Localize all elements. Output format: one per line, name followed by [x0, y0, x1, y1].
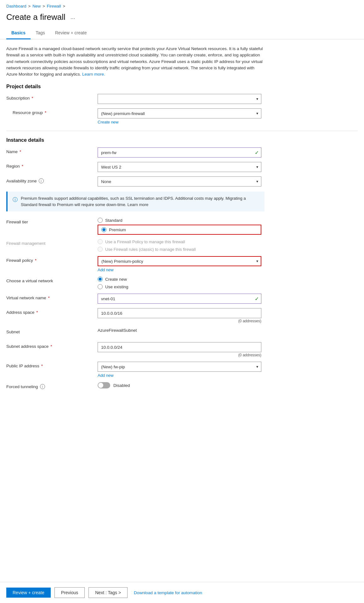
- public-ip-select[interactable]: (New) fw-pip: [98, 362, 261, 372]
- firewall-policy-select-wrap: (New) Premium-policy ▾: [98, 256, 261, 266]
- firewall-policy-control: (New) Premium-policy ▾ Add new: [98, 256, 261, 272]
- region-select-wrap: West US 2 ▾: [98, 162, 261, 172]
- breadcrumb-dashboard[interactable]: Dashboard: [6, 4, 26, 9]
- name-required: *: [20, 149, 21, 154]
- vnet-name-input[interactable]: [98, 294, 261, 304]
- firewall-tier-row: Firewall tier Standard Premium: [6, 218, 358, 235]
- firewall-tier-premium-radio[interactable]: [101, 227, 106, 232]
- next-button[interactable]: Next : Tags >: [88, 587, 128, 598]
- vnet-use-existing-radio[interactable]: [98, 284, 103, 289]
- project-details-header: Project details: [6, 84, 358, 89]
- fw-management-classic-radio[interactable]: [98, 247, 103, 252]
- firewall-management-classic[interactable]: Use Firewall rules (classic) to manage t…: [98, 247, 261, 252]
- subnet-address-input[interactable]: [98, 342, 261, 352]
- subnet-row: Subnet AzureFirewallSubnet: [6, 328, 358, 338]
- breadcrumb-firewall[interactable]: Firewall: [47, 4, 61, 9]
- vnet-create-new[interactable]: Create new: [98, 277, 261, 282]
- subnet-value: AzureFirewallSubnet: [98, 326, 137, 333]
- subnet-address-control: (0 addresses): [98, 342, 261, 357]
- public-ip-label: Public IP address *: [6, 362, 98, 368]
- ellipsis-button[interactable]: ...: [69, 13, 77, 21]
- bottom-bar: Review + create Previous Next : Tags > D…: [0, 582, 364, 603]
- firewall-policy-required: *: [35, 258, 37, 263]
- subscription-row: Subscription * ▾: [6, 94, 358, 104]
- name-input[interactable]: [98, 147, 261, 158]
- tabs-bar: Basics Tags Review + create: [0, 27, 364, 39]
- firewall-tier-control: Standard Premium: [98, 218, 261, 235]
- breadcrumb-sep-2: >: [43, 4, 45, 9]
- firewall-tier-standard-radio[interactable]: [98, 218, 103, 223]
- subscription-label: Subscription *: [6, 94, 98, 100]
- previous-button[interactable]: Previous: [54, 587, 85, 598]
- public-ip-control: (New) fw-pip ▾ Add new: [98, 362, 261, 378]
- section-divider-1: [6, 131, 358, 131]
- firewall-management-row: Firewall management Use a Firewall Polic…: [6, 239, 358, 252]
- choose-virtual-network-control: Create new Use existing: [98, 277, 261, 289]
- name-label: Name *: [6, 147, 98, 154]
- address-space-hint: (0 addresses): [98, 319, 261, 323]
- firewall-tier-standard[interactable]: Standard: [98, 218, 261, 223]
- firewall-tier-premium-wrap: Premium: [98, 225, 261, 235]
- page-title-row: Create a firewall ...: [0, 10, 364, 27]
- choose-virtual-network-label: Choose a virtual network: [6, 277, 98, 283]
- vnet-name-input-wrap: ✓: [98, 294, 261, 304]
- region-row: Region * West US 2 ▾: [6, 162, 358, 172]
- public-ip-required: *: [41, 364, 43, 368]
- subscription-required: *: [31, 96, 33, 100]
- firewall-policy-label: Firewall policy *: [6, 256, 98, 263]
- availability-zone-info-icon[interactable]: i: [39, 178, 44, 183]
- subnet-address-hint: (0 addresses): [98, 353, 261, 357]
- subnet-control: AzureFirewallSubnet: [98, 328, 261, 333]
- fw-management-policy-radio[interactable]: [98, 239, 103, 244]
- address-space-control: (0 addresses): [98, 308, 261, 323]
- availability-zone-select[interactable]: None: [98, 176, 261, 187]
- resource-group-label: Resource group *: [6, 108, 98, 115]
- name-check-icon: ✓: [255, 150, 259, 156]
- address-space-input[interactable]: [98, 308, 261, 318]
- add-new-policy-link[interactable]: Add new: [98, 267, 114, 272]
- subnet-address-required: *: [50, 344, 52, 349]
- review-create-button[interactable]: Review + create: [6, 588, 51, 598]
- region-required: *: [22, 164, 23, 169]
- main-content: Azure Firewall is a managed cloud-based …: [0, 39, 364, 603]
- region-control: West US 2 ▾: [98, 162, 261, 172]
- download-template-link[interactable]: Download a template for automation: [134, 590, 202, 595]
- learn-more-link[interactable]: Learn more.: [82, 72, 105, 77]
- create-new-resource-group-link[interactable]: Create new: [98, 120, 118, 124]
- subnet-address-row: Subnet address space * (0 addresses): [6, 342, 358, 357]
- forced-tunneling-label: Forced tunneling i: [6, 382, 98, 389]
- name-input-wrap: ✓: [98, 147, 261, 158]
- vnet-create-new-radio[interactable]: [98, 277, 103, 282]
- vnet-name-check-icon: ✓: [255, 296, 259, 302]
- forced-tunneling-toggle[interactable]: [98, 382, 110, 388]
- region-label: Region *: [6, 162, 98, 169]
- tab-review-create[interactable]: Review + create: [50, 27, 92, 39]
- firewall-tier-premium[interactable]: Premium: [101, 227, 126, 232]
- subscription-select[interactable]: [98, 94, 261, 104]
- instance-details-header: Instance details: [6, 137, 358, 143]
- breadcrumb-sep-1: >: [28, 4, 31, 9]
- virtual-network-name-control: ✓: [98, 294, 261, 304]
- resource-group-row: Resource group * (New) premium-firewall …: [6, 108, 358, 124]
- availability-zone-control: None ▾: [98, 176, 261, 187]
- resource-group-select[interactable]: (New) premium-firewall: [98, 108, 261, 118]
- add-new-public-ip-link[interactable]: Add new: [98, 373, 114, 378]
- firewall-management-label: Firewall management: [6, 239, 98, 246]
- forced-tunneling-toggle-wrap: Disabled: [98, 382, 261, 388]
- tab-basics[interactable]: Basics: [6, 27, 31, 39]
- address-space-row: Address space * (0 addresses): [6, 308, 358, 323]
- virtual-network-row: Choose a virtual network Create new Use …: [6, 277, 358, 289]
- vnet-use-existing[interactable]: Use existing: [98, 284, 261, 289]
- region-select[interactable]: West US 2: [98, 162, 261, 172]
- subscription-select-wrap: ▾: [98, 94, 261, 104]
- firewall-management-policy[interactable]: Use a Firewall Policy to manage this fir…: [98, 239, 261, 244]
- info-banner-icon: ⓘ: [13, 196, 18, 208]
- breadcrumb-new[interactable]: New: [32, 4, 41, 9]
- firewall-tier-label: Firewall tier: [6, 218, 98, 224]
- firewall-policy-select[interactable]: (New) Premium-policy: [98, 256, 261, 266]
- forced-tunneling-control: Disabled: [98, 382, 261, 388]
- forced-tunneling-slider: [98, 382, 110, 388]
- virtual-network-radios: Create new Use existing: [98, 277, 261, 289]
- tab-tags[interactable]: Tags: [31, 27, 50, 39]
- forced-tunneling-info-icon[interactable]: i: [40, 384, 45, 389]
